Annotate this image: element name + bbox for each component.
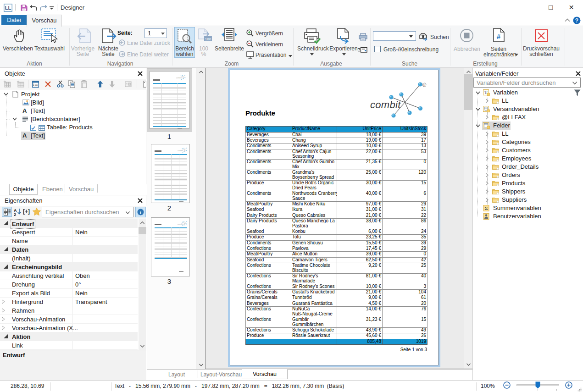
svg-text:combit: combit: [178, 223, 183, 225]
svg-text:?: ?: [575, 17, 578, 24]
svg-text:#: #: [497, 33, 501, 40]
svg-text:Σ: Σ: [484, 205, 488, 211]
svg-text:LL: LL: [5, 5, 11, 11]
svg-text:combit: combit: [178, 149, 183, 152]
svg-text:combit: combit: [176, 77, 182, 79]
svg-text:2: 2: [14, 212, 16, 216]
svg-text:combit: combit: [370, 99, 401, 110]
svg-text:100: 100: [205, 37, 211, 41]
svg-text:i: i: [140, 210, 141, 215]
svg-text:R: R: [423, 83, 426, 87]
